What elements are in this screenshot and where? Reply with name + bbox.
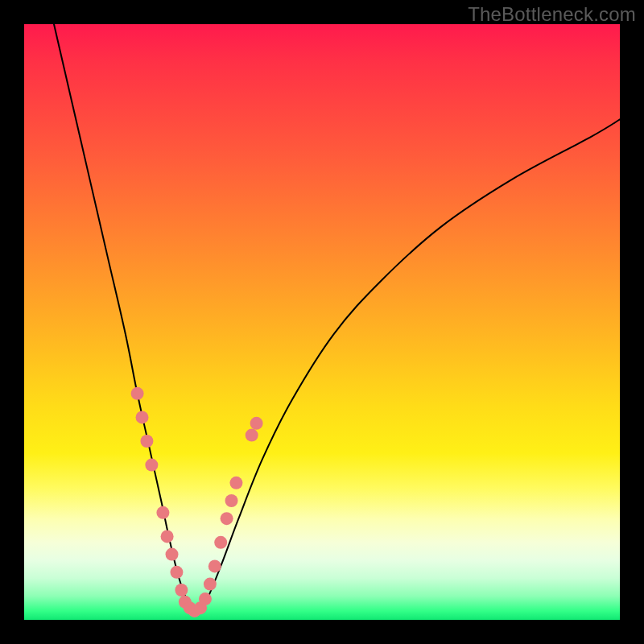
chart-frame: TheBottleneck.com [0, 0, 644, 644]
plot-background [24, 24, 620, 620]
watermark-text: TheBottleneck.com [468, 3, 636, 26]
